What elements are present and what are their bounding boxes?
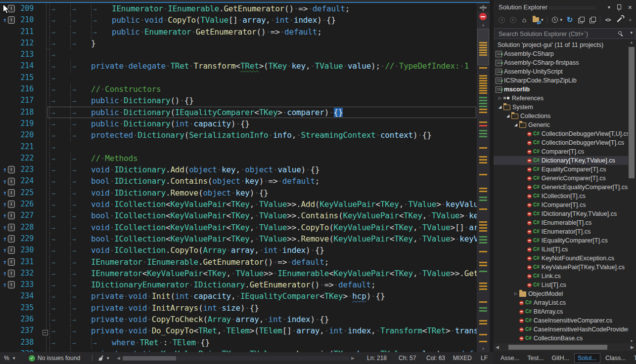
- code-text[interactable]: →: [49, 141, 490, 153]
- glyph-margin[interactable]: [0, 290, 17, 302]
- tree-item[interactable]: C#CollectionBase.cs: [494, 334, 628, 343]
- outlining-margin[interactable]: [39, 72, 49, 83]
- expander-open-icon[interactable]: ◢: [505, 112, 511, 121]
- code-text[interactable]: →→void·ICollection<KeyValuePair<TKey,·TV…: [49, 199, 490, 210]
- pending-changes-filter-icon[interactable]: [551, 16, 559, 24]
- code-lines[interactable]: ↑I209→→→IEnumerator·IEnumerable.GetEnume…: [0, 3, 490, 352]
- panel-tab-class[interactable]: Class...: [602, 354, 629, 363]
- code-text[interactable]: →→//·Methods: [49, 153, 490, 164]
- glyph-margin[interactable]: [0, 38, 17, 49]
- outlining-margin[interactable]: [39, 60, 49, 72]
- implements-arrow-icon[interactable]: ↑: [3, 224, 7, 231]
- line-number[interactable]: 223: [17, 164, 39, 175]
- line-number[interactable]: 237: [17, 325, 39, 336]
- tree-item[interactable]: ▷References: [494, 94, 628, 103]
- glyph-margin[interactable]: ↑I: [0, 222, 17, 233]
- tree-item[interactable]: Assembly-UnityScript: [494, 67, 628, 76]
- line-number[interactable]: 234: [17, 290, 39, 302]
- glyph-margin[interactable]: ↑I: [0, 279, 17, 290]
- refresh-icon[interactable]: ↻: [566, 16, 574, 24]
- outlining-margin[interactable]: [39, 314, 49, 325]
- glyph-margin[interactable]: ↑I: [0, 256, 17, 268]
- panel-tab-asse[interactable]: Asse...: [498, 354, 522, 363]
- interface-indicator-icon[interactable]: I: [8, 258, 15, 266]
- outlining-margin[interactable]: [39, 95, 49, 106]
- implements-arrow-icon[interactable]: ↑: [3, 259, 7, 265]
- line-number[interactable]: 219: [17, 118, 39, 129]
- code-text[interactable]: →→public·Dictionary()·{}: [49, 95, 490, 106]
- code-line[interactable]: 218→→public·Dictionary(IEqualityComparer…: [0, 107, 490, 118]
- line-number[interactable]: 216: [17, 83, 39, 95]
- outlining-margin[interactable]: [39, 153, 49, 164]
- interface-indicator-icon[interactable]: I: [8, 270, 15, 277]
- tree-scroll-up-arrow[interactable]: ▲: [628, 40, 635, 44]
- interface-indicator-icon[interactable]: I: [8, 235, 15, 243]
- interface-indicator-icon[interactable]: I: [8, 178, 15, 185]
- code-line[interactable]: ↑I230→→void·ICollection.CopyTo(Array·arr…: [0, 244, 490, 256]
- code-text[interactable]: →→}: [49, 38, 490, 49]
- code-text[interactable]: →→IEnumerator·IEnumerable.GetEnumerator(…: [49, 256, 490, 268]
- glyph-margin[interactable]: ↑I: [0, 175, 17, 187]
- glyph-margin[interactable]: ↑I: [0, 187, 17, 199]
- glyph-margin[interactable]: ↑I: [0, 268, 17, 279]
- implements-arrow-icon[interactable]: ↑: [3, 212, 7, 219]
- outlining-margin[interactable]: [39, 38, 49, 49]
- hscroll-left-arrow[interactable]: ◀: [117, 352, 120, 364]
- line-number[interactable]: 212: [17, 38, 39, 49]
- interface-indicator-icon[interactable]: I: [8, 166, 15, 173]
- code-text[interactable]: →→private·void·Do_CopyTo<TRet,·TElem>(TE…: [49, 325, 490, 336]
- tree-vscroll-thumb[interactable]: [629, 47, 635, 178]
- outlining-margin[interactable]: [39, 164, 49, 175]
- code-text[interactable]: →→//·Constructors: [49, 83, 490, 95]
- panel-tab-gith[interactable]: GitH...: [549, 354, 572, 363]
- code-text[interactable]: →→private·void·CopyToCheck(Array·array,·…: [49, 314, 490, 325]
- code-line[interactable]: ↑I231→→IEnumerator·IEnumerable.GetEnumer…: [0, 256, 490, 268]
- show-all-files-icon[interactable]: [589, 16, 596, 24]
- column-indicator[interactable]: Col: 63: [426, 352, 445, 364]
- line-number[interactable]: 239: [17, 348, 39, 352]
- code-line[interactable]: 219→→public·Dictionary(int·capacity)·{}: [0, 118, 490, 129]
- implements-arrow-icon[interactable]: ↑: [3, 17, 7, 23]
- code-line[interactable]: 238→→→where·TRet·:·TElem·{}: [0, 337, 490, 348]
- code-line[interactable]: ↑I225→→void·IDictionary.Remove(object·ke…: [0, 187, 490, 199]
- code-line[interactable]: 215→: [0, 72, 490, 83]
- tree-item[interactable]: C#IComparer[T].cs: [494, 201, 628, 209]
- code-text[interactable]: →→void·IDictionary.Remove(object·key)·{}: [49, 187, 490, 199]
- issues-status[interactable]: No issues found: [38, 352, 80, 364]
- glyph-margin[interactable]: [0, 348, 17, 352]
- line-number[interactable]: 222: [17, 153, 39, 164]
- solution-root-item[interactable]: Solution 'project-gui' (11 of 11 project…: [494, 40, 628, 49]
- code-line[interactable]: 221→: [0, 141, 490, 153]
- outlining-margin[interactable]: [39, 256, 49, 268]
- expander-open-icon[interactable]: ◢: [497, 103, 503, 112]
- tree-item[interactable]: C#KeyValuePair[TKey,TValue].cs: [494, 263, 628, 272]
- tree-item[interactable]: C#CaseInsensitiveHashCodeProvider.cs: [494, 325, 628, 334]
- line-number[interactable]: 214: [17, 60, 39, 72]
- code-line[interactable]: ↑I227→→bool·ICollection<KeyValuePair<TKe…: [0, 210, 490, 221]
- implements-arrow-icon[interactable]: ↑: [3, 282, 7, 288]
- code-line[interactable]: 217→→public·Dictionary()·{}: [0, 95, 490, 106]
- outlining-margin[interactable]: [39, 175, 49, 187]
- line-number[interactable]: 220: [17, 129, 39, 141]
- code-cleanup-caret-icon[interactable]: ▾: [107, 352, 109, 364]
- switch-views-icon[interactable]: ⇄: [532, 16, 540, 24]
- code-text[interactable]: →→public·Dictionary(int·capacity)·{}: [49, 118, 490, 129]
- interface-indicator-icon[interactable]: I: [8, 246, 15, 254]
- tree-item[interactable]: C#GenericComparer[T].cs: [494, 174, 628, 183]
- scrollbar-down-arrow[interactable]: ▼: [477, 347, 490, 351]
- line-number[interactable]: 226: [17, 199, 39, 210]
- tree-item[interactable]: Assembly-CSharp: [494, 49, 628, 58]
- tree-item[interactable]: ▷ObjectModel: [494, 289, 628, 298]
- glyph-margin[interactable]: [0, 83, 17, 95]
- code-text[interactable]: →→protected·Dictionary(SerializationInfo…: [49, 129, 490, 141]
- code-cleanup-broom-icon[interactable]: [98, 352, 104, 364]
- glyph-margin[interactable]: [0, 314, 17, 325]
- code-text[interactable]: →→private·static·KeyValuePair<TKey,·TVal…: [49, 348, 490, 352]
- code-line[interactable]: 213→: [0, 49, 490, 60]
- code-line[interactable]: 239→→private·static·KeyValuePair<TKey,·T…: [0, 348, 490, 352]
- tree-item[interactable]: C#IEnumerable[T].cs: [494, 218, 628, 227]
- implements-arrow-icon[interactable]: ↑: [3, 190, 7, 196]
- line-number[interactable]: 213: [17, 49, 39, 60]
- glyph-margin[interactable]: [0, 49, 17, 60]
- home-icon[interactable]: ⌂: [520, 16, 528, 24]
